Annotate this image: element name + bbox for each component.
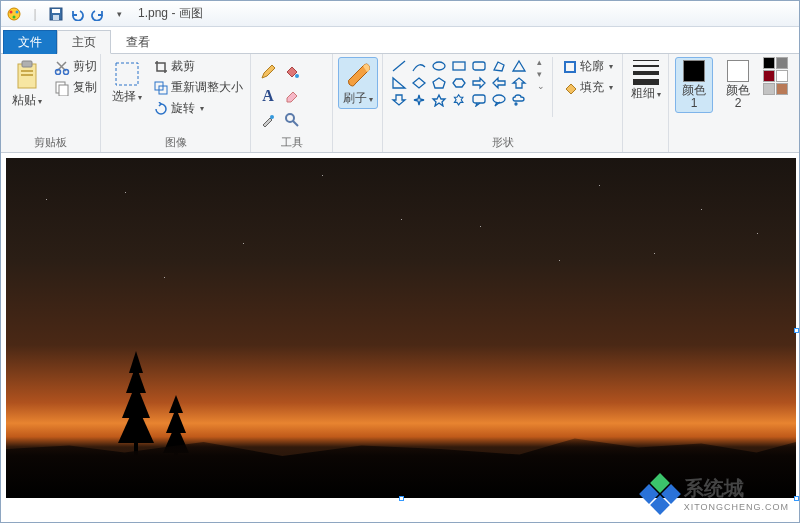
tab-file[interactable]: 文件 [3,30,57,54]
shape-line[interactable] [389,57,409,74]
select-button[interactable]: 选择▾ [107,57,147,107]
shape-hexagon[interactable] [449,74,469,91]
group-brushes: 刷子▾ [333,54,383,152]
resize-icon [154,81,168,95]
text-tool[interactable]: A [257,85,279,107]
resize-handle-right[interactable] [794,328,799,333]
bucket-tool[interactable] [281,61,303,83]
shape-arrow-r[interactable] [469,74,489,91]
shape-pentagon[interactable] [429,74,449,91]
shape-rtriangle[interactable] [389,74,409,91]
shape-polygon[interactable] [489,57,509,74]
resize-handle-corner[interactable] [794,496,799,501]
svg-point-2 [16,10,19,13]
pencil-tool[interactable] [257,61,279,83]
swatch[interactable] [763,70,775,82]
svg-rect-6 [53,15,59,20]
shapes-scroll-up[interactable]: ▴ [537,57,545,67]
watermark: 系统城 XITONGCHENG.COM [642,475,789,512]
color1-button[interactable]: 颜色 1 [675,57,713,113]
svg-point-12 [64,69,69,74]
shapes-gallery[interactable] [389,57,531,108]
undo-icon[interactable] [68,5,86,23]
cut-button[interactable]: 剪切 [51,57,100,76]
group-size: 粗细▾ [623,54,669,152]
shape-star6[interactable] [449,91,469,108]
shape-arrow-l[interactable] [489,74,509,91]
qat-dropdown-icon[interactable]: ▾ [110,5,128,23]
shape-callout-cloud[interactable] [509,91,529,108]
color2-button[interactable]: 颜色 2 [719,57,757,113]
tab-view[interactable]: 查看 [111,30,165,54]
shape-curve[interactable] [409,57,429,74]
group-label-clipboard: 剪贴板 [7,134,94,151]
ribbon-tabs: 文件 主页 查看 [1,27,799,53]
canvas-area [1,153,799,522]
shape-rect[interactable] [449,57,469,74]
swatch[interactable] [763,83,775,95]
fill-button[interactable]: 填充▾ [560,78,616,97]
copy-button[interactable]: 复制 [51,78,100,97]
svg-rect-9 [21,70,33,72]
app-icon [5,5,23,23]
group-clipboard: 粘贴▾ 剪切 复制 剪贴板 [1,54,101,152]
resize-handle-bottom[interactable] [399,496,404,501]
group-tools: A 工具 [251,54,333,152]
shape-oval[interactable] [429,57,449,74]
tab-home[interactable]: 主页 [57,30,111,54]
copy-icon [54,80,70,96]
svg-rect-15 [116,63,138,85]
resize-button[interactable]: 重新调整大小 [151,78,246,97]
shapes-scroll-down[interactable]: ▾ [537,69,545,79]
window-title: 1.png - 画图 [138,5,203,22]
picker-tool[interactable] [257,109,279,131]
rotate-icon [154,102,168,116]
svg-point-21 [433,62,445,70]
color1-swatch [683,60,705,82]
color2-swatch [727,60,749,82]
shape-callout-oval[interactable] [489,91,509,108]
title-bar: | ▾ 1.png - 画图 [1,1,799,27]
svg-point-25 [493,95,505,103]
svg-rect-8 [22,61,32,67]
save-icon[interactable] [47,5,65,23]
quick-access-toolbar: | ▾ [5,5,128,23]
swatch[interactable] [763,57,775,69]
svg-point-3 [13,15,16,18]
rotate-button[interactable]: 旋转▾ [151,99,246,118]
svg-rect-5 [52,9,60,13]
svg-point-18 [295,74,299,78]
outline-button[interactable]: 轮廓▾ [560,57,616,76]
svg-point-1 [10,10,13,13]
canvas[interactable] [6,158,796,498]
swatch[interactable] [776,57,788,69]
watermark-logo-icon [642,476,678,512]
watermark-text: 系统城 [684,475,789,502]
shape-triangle[interactable] [509,57,529,74]
magnifier-tool[interactable] [281,109,303,131]
group-label-tools: 工具 [257,134,326,151]
shape-arrow-d[interactable] [389,91,409,108]
brushes-button[interactable]: 刷子▾ [338,57,378,109]
shape-arrow-u[interactable] [509,74,529,91]
shape-star5[interactable] [429,91,449,108]
shape-diamond[interactable] [409,74,429,91]
eraser-tool[interactable] [281,85,303,107]
swatch[interactable] [776,83,788,95]
swatch[interactable] [776,70,788,82]
paste-button[interactable]: 粘贴▾ [7,57,47,111]
scissors-icon [54,59,70,75]
shapes-expand[interactable]: ⌄ [537,81,545,91]
size-button[interactable]: 粗细▾ [626,57,666,104]
group-label-shapes: 形状 [389,134,616,151]
shape-star4[interactable] [409,91,429,108]
group-image: 选择▾ 裁剪 重新调整大小 旋转▾ 图像 [101,54,251,152]
shape-roundrect[interactable] [469,57,489,74]
shape-callout-rect[interactable] [469,91,489,108]
svg-rect-27 [565,62,575,72]
redo-icon[interactable] [89,5,107,23]
crop-button[interactable]: 裁剪 [151,57,246,76]
crop-icon [154,60,168,74]
svg-rect-14 [59,85,68,96]
svg-point-19 [270,115,274,119]
